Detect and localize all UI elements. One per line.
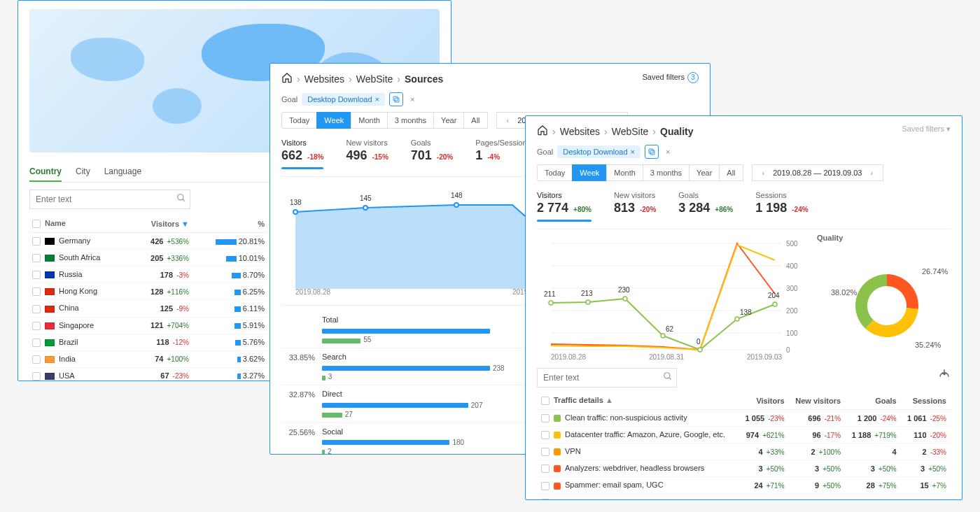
row-checkbox[interactable] [541,431,550,439]
row-checkbox[interactable] [32,322,41,330]
traffic-search-input[interactable] [537,368,677,387]
row-checkbox[interactable] [32,305,41,313]
breadcrumb-item[interactable]: Websites [560,126,600,137]
range-year[interactable]: Year [689,164,720,181]
row-checkbox[interactable] [32,254,41,262]
row-checkbox[interactable] [32,271,41,279]
table-row[interactable]: China 125 -9% 6.11% [29,300,267,317]
svg-text:2019.08.28: 2019.08.28 [551,353,586,361]
country-search-input[interactable] [29,190,190,209]
svg-point-5 [363,206,368,210]
range-month[interactable]: Month [606,164,643,181]
remove-chip-icon[interactable]: × [631,148,635,156]
row-checkbox[interactable] [32,237,41,246]
range-today[interactable]: Today [281,112,317,129]
goal-chip[interactable]: Desktop Download× [302,93,385,106]
table-row[interactable]: VPN 4 +33%2 +100%42 -33% [537,443,951,460]
next-range-icon[interactable]: › [867,169,876,177]
row-checkbox[interactable] [32,355,41,364]
range-all[interactable]: All [463,112,487,129]
row-checkbox[interactable] [32,339,41,347]
row-checkbox[interactable] [541,414,550,422]
home-icon[interactable] [281,72,293,85]
svg-text:62: 62 [666,325,674,333]
clear-filters-icon[interactable]: × [407,95,417,104]
svg-rect-15 [649,149,653,153]
breadcrumb-current: Sources [405,73,443,85]
breadcrumb-item[interactable]: WebSite [356,73,393,85]
table-row[interactable]: Analyzers: webdriver, headless browsers … [537,460,951,477]
row-checkbox[interactable] [541,482,550,490]
svg-line-1 [183,199,185,201]
clear-filters-icon[interactable]: × [663,148,673,156]
prev-range-icon[interactable]: ‹ [504,116,512,125]
svg-text:200: 200 [786,307,798,315]
svg-text:213: 213 [581,290,593,297]
tab-language[interactable]: Language [104,161,141,182]
col-visitors[interactable]: Visitors [151,220,179,228]
table-row[interactable]: Spammer: email spam, UGC 24 +71%9 +50%28… [537,477,951,494]
goal-chip[interactable]: Desktop Download× [557,145,640,158]
copy-filter-button[interactable] [389,92,403,106]
range-today[interactable]: Today [537,164,573,181]
home-icon[interactable] [537,125,548,138]
range-month[interactable]: Month [351,112,388,129]
svg-text:38.02%: 38.02% [831,288,858,297]
row-checkbox[interactable] [32,372,41,381]
prev-range-icon[interactable]: ‹ [760,169,768,177]
breadcrumb-item[interactable]: Websites [304,73,344,85]
tab-country[interactable]: Country [29,161,62,182]
row-checkbox[interactable] [541,499,550,500]
range-all[interactable]: All [719,164,743,181]
metric-pagessession[interactable]: Pages/Session1 -4% [475,138,526,169]
svg-text:300: 300 [786,285,798,292]
table-row[interactable]: Singapore 121 +704% 5.91% [29,317,267,334]
range-3months[interactable]: 3 months [387,112,434,129]
table-row[interactable]: Germany 426 +536% 20.81% [29,233,267,250]
countries-table: Name Visitors ▼ % Germany 426 +536% 20.8… [29,215,267,381]
search-icon [176,193,186,205]
table-row[interactable]: Brazil 118 -12% 5.76% [29,334,267,350]
range-year[interactable]: Year [433,112,464,129]
table-row[interactable]: Clean traffic: non-suspicious activity 1… [537,410,951,427]
svg-point-33 [735,317,739,321]
metric-newvisitors[interactable]: New visitors496 -15% [346,138,388,169]
table-row[interactable]: USA 67 -23% 3.27% [29,367,267,381]
row-checkbox[interactable] [541,464,550,473]
row-checkbox[interactable] [32,287,41,296]
metric-visitors[interactable]: Visitors2 774 +80% [537,191,592,222]
col-pct[interactable]: % [192,215,267,233]
range-3months[interactable]: 3 months [643,164,690,181]
range-week[interactable]: Week [316,112,351,129]
quality-line-chart[interactable]: 500400 300200 1000 211213 23062 0138 204… [537,229,803,362]
date-range-picker[interactable]: ‹2019.08.28 — 2019.09.03› [752,164,884,181]
table-row[interactable]: India 74 +100% 3.62% [29,350,267,367]
metric-newvisitors[interactable]: New visitors813 -20% [614,191,656,222]
tab-city[interactable]: City [76,161,90,182]
select-all-checkbox[interactable] [541,397,550,405]
table-row[interactable]: Datacenter traffic: Amazon, Azure, Googl… [537,427,951,443]
svg-line-49 [669,378,671,380]
metric-goals[interactable]: Goals701 -20% [411,138,453,169]
svg-text:0: 0 [786,346,790,354]
metric-sessions[interactable]: Sessions1 198 -24% [755,191,808,222]
table-row[interactable]: South Africa 205 +336% 10.01% [29,250,267,266]
saved-filters-button[interactable]: Saved filters3 [642,72,699,83]
quality-donut-chart[interactable]: Quality 26.74%35.24%38.02% [817,234,950,360]
metric-goals[interactable]: Goals3 284 +86% [678,191,733,222]
select-all-checkbox[interactable] [32,220,41,228]
svg-point-32 [698,348,702,352]
table-row[interactable]: Attacker: SSH, Bruteforce, DDoS 5 +150%3… [537,494,951,500]
svg-rect-3 [393,97,398,101]
remove-chip-icon[interactable]: × [375,95,379,104]
breadcrumb: ›Websites ›WebSite ›Sources [281,72,642,85]
range-week[interactable]: Week [572,164,607,181]
row-checkbox[interactable] [541,448,550,456]
breadcrumb-item[interactable]: WebSite [612,126,649,137]
table-row[interactable]: Russia 178 -3% 8.70% [29,266,267,283]
svg-text:2019.08.31: 2019.08.31 [649,353,684,361]
table-row[interactable]: Hong Kong 128 +116% 6.25% [29,283,267,300]
copy-filter-button[interactable] [645,145,659,159]
saved-filters-button[interactable]: Saved filters ▾ [902,125,951,134]
metric-visitors[interactable]: Visitors662 -18% [281,138,323,169]
